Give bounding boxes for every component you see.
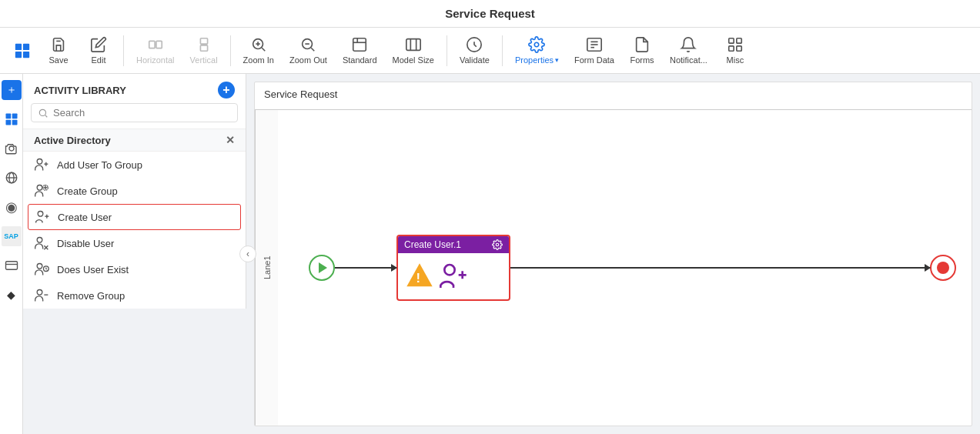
toolbar: Save Edit Horizontal Vertical Zoom In [0, 28, 980, 74]
svg-rect-33 [12, 114, 17, 119]
sidebar-item-label-remove-group: Remove Group [57, 290, 125, 302]
misc-label: Misc [727, 55, 744, 65]
sidebar-header: ACTIVITY LIBRARY + [23, 74, 246, 103]
sidebar-item-create-user[interactable]: Create User [28, 204, 241, 230]
svg-line-11 [262, 48, 265, 51]
svg-point-36 [9, 146, 14, 151]
svg-point-62 [444, 265, 454, 275]
svg-point-44 [37, 159, 42, 165]
save-button[interactable]: Save [40, 33, 77, 68]
notifications-button[interactable]: Notificat... [664, 33, 714, 68]
svg-rect-28 [729, 38, 734, 43]
svg-rect-30 [729, 46, 734, 51]
sidebar-item-label-disable-user: Disable User [57, 238, 114, 249]
svg-rect-2 [15, 51, 22, 57]
activity-node-settings-icon[interactable] [492, 239, 503, 250]
create-group-icon [34, 183, 49, 199]
sidebar-item-create-group[interactable]: Create Group [23, 178, 246, 204]
validate-button[interactable]: Validate [453, 33, 496, 68]
sidebar-item-label-create-user: Create User [58, 212, 112, 223]
svg-rect-1 [23, 43, 29, 49]
page-title: Service Request [445, 7, 535, 20]
svg-rect-31 [737, 46, 741, 51]
svg-rect-32 [5, 114, 11, 119]
sidebar-item-disable-user[interactable]: Disable User [23, 230, 246, 256]
edit-label: Edit [92, 55, 106, 65]
edit-button[interactable]: Edit [80, 33, 117, 68]
svg-point-59 [37, 290, 42, 295]
zoom-out-button[interactable]: Zoom Out [283, 33, 333, 68]
separator-3 [447, 35, 447, 66]
rail-sap-icon[interactable]: SAP [2, 226, 22, 246]
model-size-button[interactable]: Model Size [386, 33, 440, 68]
svg-line-43 [45, 115, 48, 117]
search-input[interactable] [53, 107, 231, 119]
zoom-in-label: Zoom In [243, 55, 274, 65]
canvas-container: Service Request Lane1 Create User.1 [254, 82, 972, 426]
zoom-out-label: Zoom Out [289, 55, 327, 65]
rail-circle-icon[interactable]: ◉ [2, 197, 22, 217]
top-bar: Service Request [0, 0, 980, 28]
lane: Lane1 Create User.1 [255, 109, 972, 426]
sidebar-wrapper: ACTIVITY LIBRARY + Active Directory ✕ [23, 74, 246, 434]
sidebar-collapse-button[interactable]: ‹ [239, 245, 256, 262]
svg-point-47 [37, 185, 42, 191]
sidebar: ACTIVITY LIBRARY + Active Directory ✕ [23, 74, 246, 309]
separator-2 [230, 35, 231, 66]
search-icon [38, 108, 48, 119]
rail-windows-icon[interactable] [2, 109, 22, 129]
svg-rect-5 [156, 41, 162, 48]
forms-button[interactable]: Forms [624, 33, 661, 68]
main-layout: ＋ ◉ SAP ◆ [0, 74, 980, 434]
svg-rect-7 [200, 38, 207, 44]
misc-button[interactable]: Misc [717, 33, 754, 68]
sidebar-add-button[interactable]: + [218, 82, 235, 98]
zoom-in-button[interactable]: Zoom In [237, 33, 280, 68]
svg-rect-29 [737, 38, 741, 43]
vertical-button[interactable]: Vertical [184, 33, 224, 68]
svg-point-51 [38, 212, 43, 217]
icon-rail: ＋ ◉ SAP ◆ [0, 74, 23, 434]
canvas-area: Service Request Lane1 Create User.1 [246, 74, 980, 434]
svg-rect-3 [23, 51, 29, 57]
svg-rect-35 [12, 120, 17, 125]
canvas-title: Service Request [264, 88, 337, 100]
sidebar-item-label-create-group: Create Group [57, 185, 118, 197]
svg-point-54 [37, 238, 42, 243]
create-user-node-icon [438, 261, 469, 292]
svg-rect-4 [149, 41, 155, 48]
svg-rect-34 [5, 120, 11, 125]
active-directory-label: Active Directory [34, 135, 111, 146]
end-node[interactable] [930, 255, 956, 281]
notifications-label: Notificat... [670, 55, 707, 65]
app-grid-icon[interactable] [8, 39, 37, 62]
svg-point-57 [37, 264, 42, 269]
sidebar-item-label-add-user-to-group: Add User To Group [57, 159, 142, 171]
svg-text:!: ! [416, 271, 421, 285]
horizontal-label: Horizontal [136, 55, 175, 65]
sidebar-item-remove-group[interactable]: Remove Group [23, 282, 246, 309]
activity-node-title: Create User.1 [404, 239, 461, 250]
standard-button[interactable]: Standard [336, 33, 383, 68]
sidebar-item-label-does-user-exist: Does User Exist [57, 264, 129, 275]
rail-diamond-icon[interactable]: ◆ [2, 285, 22, 305]
active-directory-close[interactable]: ✕ [226, 134, 235, 146]
sidebar-item-add-user-to-group[interactable]: Add User To Group [23, 152, 246, 178]
create-user-icon [35, 209, 50, 225]
svg-rect-20 [406, 39, 420, 51]
rail-card-icon[interactable] [2, 255, 22, 275]
remove-group-icon [34, 288, 49, 303]
horizontal-button[interactable]: Horizontal [130, 33, 181, 68]
rail-globe-icon[interactable] [2, 168, 22, 188]
start-node[interactable] [309, 255, 335, 281]
standard-label: Standard [343, 55, 377, 65]
active-directory-header: Active Directory ✕ [23, 129, 246, 152]
sidebar-item-does-user-exist[interactable]: Does User Exist [23, 256, 246, 282]
activity-node-create-user[interactable]: Create User.1 [396, 235, 510, 301]
form-data-button[interactable]: Form Data [568, 33, 620, 68]
rail-camera-icon[interactable] [2, 139, 22, 159]
rail-add-icon[interactable]: ＋ [2, 80, 22, 100]
svg-rect-8 [200, 45, 207, 51]
svg-rect-17 [353, 38, 366, 52]
properties-button[interactable]: Properties ▾ [509, 33, 565, 68]
